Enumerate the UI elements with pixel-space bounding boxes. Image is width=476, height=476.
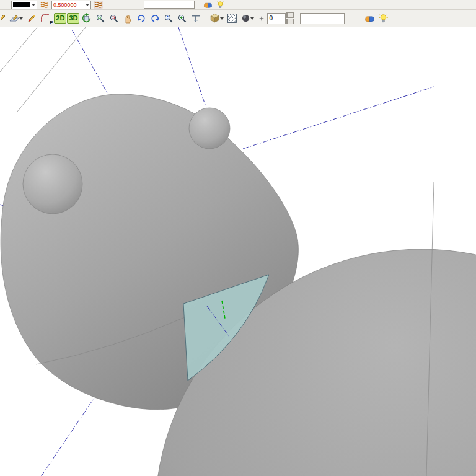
pencil-edit-icon[interactable] [25,12,38,25]
lightbulb-icon[interactable] [377,12,390,25]
shaded-view-icon[interactable] [208,12,225,25]
pan-hand-icon[interactable] [121,12,134,25]
zoom-dynamic-icon[interactable] [162,12,175,25]
hatch-style-icon[interactable] [39,1,50,9]
rotate-left-icon[interactable] [134,12,148,25]
sphere-render-icon[interactable] [239,12,255,25]
hatch-pattern-icon[interactable] [226,12,239,25]
name-input[interactable] [300,13,345,24]
chevron-down-icon [32,4,35,6]
attribute-toolbar: 0.500000 [0,0,476,10]
chevron-down-icon [250,17,254,20]
rotate-right-icon[interactable] [148,12,161,25]
lightbulb-icon[interactable] [215,1,226,9]
attribute-text-input[interactable] [144,1,195,9]
model-viewport[interactable] [0,27,476,476]
view-toolbar: E 2D 3D [0,10,476,27]
model-bump-left[interactable] [23,154,82,214]
spinner-up-button[interactable] [286,12,294,18]
zoom-in-icon[interactable] [175,12,188,25]
chevron-down-icon [19,17,23,20]
grab-hands-icon[interactable] [203,1,213,9]
hatch-style-2-icon[interactable] [93,1,104,9]
level-spinner[interactable] [267,12,294,24]
chevron-down-icon [86,4,89,6]
view-3d-button[interactable]: 3D [67,13,79,24]
line-width-combo[interactable]: 0.500000 [51,1,91,9]
chevron-down-icon [287,19,294,24]
pencil-partial-icon[interactable] [1,12,7,25]
tsquare-icon[interactable] [189,12,202,25]
grab-hands-icon[interactable] [363,12,376,25]
star-icon[interactable] [256,14,267,22]
view-2d-button[interactable]: 2D [54,13,66,24]
zoom-window-icon[interactable] [107,12,120,25]
chevron-up-icon [287,12,294,18]
model-scene [0,27,476,476]
chevron-down-icon [220,17,224,20]
level-input[interactable] [267,13,286,24]
model-bump-right[interactable] [189,108,230,149]
current-color-swatch [13,2,30,7]
rotate-view-icon[interactable] [80,12,93,25]
spinner-down-button[interactable] [286,19,294,24]
color-swatch-dropdown[interactable] [11,1,37,9]
zoom-extents-icon[interactable] [94,12,107,25]
line-width-value: 0.500000 [53,2,84,8]
fillet-mode-label: E [50,20,53,25]
draw-plane-icon[interactable] [7,12,24,25]
